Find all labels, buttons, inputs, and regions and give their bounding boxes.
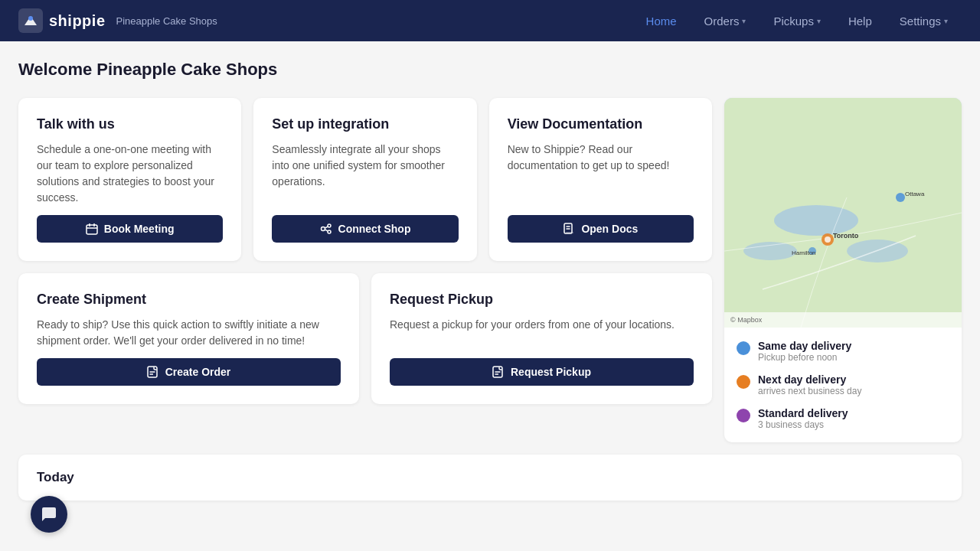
legend-same-day: Same day delivery Pickup before noon	[737, 340, 949, 363]
card-talk-desc: Schedule a one-on-one meeting with our t…	[37, 142, 223, 206]
navbar: shippie Pineapple Cake Shops Home Orders…	[0, 0, 980, 41]
map-legend: Same day delivery Pickup before noon Nex…	[724, 328, 962, 442]
settings-chevron-icon: ▾	[944, 17, 948, 25]
card-talk-title: Talk with us	[37, 116, 223, 132]
nav-pickups[interactable]: Pickups ▾	[760, 0, 835, 41]
standard-sub: 3 business days	[758, 419, 848, 430]
card-create-shipment: Create Shipment Ready to ship? Use this …	[18, 273, 359, 404]
svg-text:© Mapbox: © Mapbox	[730, 316, 763, 324]
svg-point-8	[328, 230, 331, 233]
svg-point-27	[825, 236, 831, 243]
pickup-icon	[492, 366, 505, 378]
page-title: Welcome Pineapple Cake Shops	[18, 60, 962, 80]
calendar-icon	[86, 223, 98, 235]
nav-settings[interactable]: Settings ▾	[886, 0, 962, 41]
next-day-sub: arrives next business day	[758, 386, 861, 396]
card-integration-title: Set up integration	[272, 116, 458, 132]
brand-name: shippie	[49, 12, 106, 30]
same-day-label: Same day delivery	[758, 340, 851, 352]
card-pickup-title: Request Pickup	[390, 292, 694, 308]
svg-rect-2	[87, 225, 97, 234]
svg-text:Ottawa: Ottawa	[905, 191, 925, 197]
same-day-dot	[737, 341, 750, 355]
svg-point-7	[328, 224, 331, 227]
svg-point-1	[28, 16, 33, 21]
standard-label: Standard delivery	[758, 407, 848, 419]
map-area: Toronto Ottawa Hamilton © Mapbox	[724, 98, 962, 328]
card-view-documentation: View Documentation New to Shippie? Read …	[489, 98, 712, 261]
card-integration-desc: Seamlessly integrate all your shops into…	[272, 142, 458, 206]
card-docs-title: View Documentation	[508, 116, 694, 132]
map-panel: Toronto Ottawa Hamilton © Mapbox Same da…	[724, 98, 962, 442]
legend-next-day: Next day delivery arrives next business …	[737, 373, 949, 396]
chat-button[interactable]	[31, 496, 67, 531]
card-shipment-title: Create Shipment	[37, 292, 341, 308]
nav-help[interactable]: Help	[835, 0, 886, 41]
pickups-chevron-icon: ▾	[817, 17, 821, 25]
svg-line-10	[325, 230, 328, 231]
svg-text:Hamilton: Hamilton	[792, 249, 816, 256]
logo[interactable]: shippie Pineapple Cake Shops	[18, 8, 217, 33]
nav-links: Home Orders ▾ Pickups ▾ Help Settings ▾	[632, 0, 962, 41]
same-day-sub: Pickup before noon	[758, 352, 851, 363]
card-talk-with-us: Talk with us Schedule a one-on-one meeti…	[18, 98, 241, 261]
cards-bottom-row: Create Shipment Ready to ship? Use this …	[18, 273, 712, 404]
edit-icon	[147, 366, 159, 378]
next-day-dot	[737, 375, 750, 389]
svg-point-28	[896, 193, 905, 202]
today-label: Today	[37, 470, 943, 485]
today-section: Today	[18, 455, 962, 500]
nav-subtitle: Pineapple Cake Shops	[116, 15, 217, 27]
svg-line-9	[325, 227, 328, 228]
legend-standard: Standard delivery 3 business days	[737, 407, 949, 430]
cards-top-row: Talk with us Schedule a one-on-one meeti…	[18, 98, 712, 261]
svg-point-23	[774, 205, 858, 236]
svg-point-6	[321, 227, 325, 231]
nav-orders[interactable]: Orders ▾	[691, 0, 760, 41]
svg-rect-12	[566, 232, 573, 233]
docs-icon	[563, 223, 575, 235]
connect-shop-button[interactable]: Connect Shop	[272, 215, 458, 243]
open-docs-button[interactable]: Open Docs	[508, 215, 694, 243]
main-layout: Talk with us Schedule a one-on-one meeti…	[18, 98, 962, 442]
card-request-pickup: Request Pickup Request a pickup for your…	[371, 273, 712, 404]
page-content: Welcome Pineapple Cake Shops Talk with u…	[0, 41, 980, 531]
card-pickup-desc: Request a pickup for your orders from on…	[390, 317, 694, 349]
standard-dot	[737, 409, 750, 422]
svg-point-25	[743, 242, 797, 260]
create-order-button[interactable]: Create Order	[37, 358, 341, 386]
request-pickup-button[interactable]: Request Pickup	[390, 358, 694, 386]
card-set-up-integration: Set up integration Seamlessly integrate …	[253, 98, 476, 261]
book-meeting-button[interactable]: Book Meeting	[37, 215, 223, 243]
map-svg: Toronto Ottawa Hamilton © Mapbox	[724, 98, 962, 328]
orders-chevron-icon: ▾	[742, 17, 746, 25]
card-shipment-desc: Ready to ship? Use this quick action to …	[37, 317, 341, 349]
connect-icon	[320, 223, 332, 235]
svg-text:Toronto: Toronto	[833, 232, 859, 240]
next-day-label: Next day delivery	[758, 373, 861, 386]
cards-area: Talk with us Schedule a one-on-one meeti…	[18, 98, 712, 404]
card-docs-desc: New to Shippie? Read our documentation t…	[508, 142, 694, 206]
nav-home[interactable]: Home	[632, 0, 691, 41]
chat-icon	[40, 505, 58, 523]
